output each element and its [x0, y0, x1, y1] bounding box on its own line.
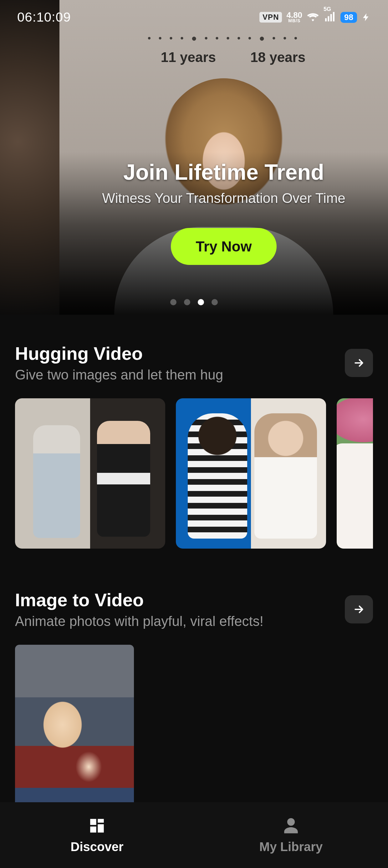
section-subtitle: Animate photos with playful, viral effec… — [15, 613, 345, 629]
nav-label: Discover — [71, 840, 124, 854]
nav-label: My Library — [259, 840, 323, 854]
age-label-2: 18 years — [250, 50, 305, 65]
network-speed: 4.80 MB/S — [286, 11, 302, 23]
thumb-row[interactable] — [15, 398, 373, 549]
carousel-dot-4[interactable] — [212, 299, 218, 305]
status-time: 06:10:09 — [17, 10, 71, 25]
thumb-hug-2[interactable] — [176, 398, 326, 549]
see-more-button[interactable] — [345, 595, 373, 623]
status-bar: 06:10:09 VPN 4.80 MB/S 5G 98 — [0, 0, 388, 34]
nav-discover[interactable]: Discover — [0, 802, 194, 868]
signal-icon: 5G — [324, 11, 336, 24]
wifi-icon — [306, 11, 319, 24]
bottom-nav: Discover My Library — [0, 802, 388, 868]
section-title: Image to Video — [15, 589, 345, 610]
thumb-hug-1[interactable] — [15, 398, 165, 549]
section-hugging: Hugging Video Give two images and let th… — [0, 315, 388, 549]
arrow-right-icon — [353, 603, 365, 616]
nav-library[interactable]: My Library — [194, 802, 388, 868]
network-speed-unit: MB/S — [288, 19, 300, 23]
arrow-right-icon — [353, 356, 365, 369]
age-label-1: 11 years — [161, 50, 216, 65]
try-now-button[interactable]: Try Now — [171, 228, 277, 265]
status-right: VPN 4.80 MB/S 5G 98 — [259, 11, 371, 24]
carousel-prev-peek[interactable] — [0, 0, 60, 315]
section-header: Hugging Video Give two images and let th… — [15, 343, 373, 383]
hero-carousel[interactable]: • • • • ● • • • • • ● • • • 11 years 18 … — [0, 0, 388, 315]
hero-title: Join Lifetime Trend — [123, 160, 324, 185]
carousel-current-slide: • • • • ● • • • • • ● • • • 11 years 18 … — [60, 0, 388, 315]
section-header: Image to Video Animate photos with playf… — [15, 589, 373, 629]
carousel-dot-1[interactable] — [170, 299, 176, 305]
person-icon — [282, 817, 300, 835]
thumb-hug-3[interactable] — [337, 398, 373, 549]
carousel-dots — [0, 299, 388, 305]
age-scale-labels: 11 years 18 years — [60, 50, 388, 65]
carousel-dot-2[interactable] — [184, 299, 190, 305]
see-more-button[interactable] — [345, 349, 373, 377]
network-speed-value: 4.80 — [286, 11, 302, 19]
section-title: Hugging Video — [15, 343, 345, 364]
section-titles: Image to Video Animate photos with playf… — [15, 589, 345, 629]
battery-badge: 98 — [341, 12, 357, 23]
vpn-badge: VPN — [259, 12, 282, 23]
charging-icon — [361, 12, 371, 22]
signal-label: 5G — [324, 6, 331, 12]
hero-content: Join Lifetime Trend Witness Your Transfo… — [60, 160, 388, 265]
hero-subtitle: Witness Your Transformation Over Time — [102, 190, 346, 206]
grid-icon — [88, 817, 106, 835]
section-subtitle: Give two images and let them hug — [15, 367, 345, 383]
age-scale-dots: • • • • ● • • • • • ● • • • — [60, 33, 388, 43]
section-titles: Hugging Video Give two images and let th… — [15, 343, 345, 383]
carousel-dot-3[interactable] — [198, 299, 204, 305]
